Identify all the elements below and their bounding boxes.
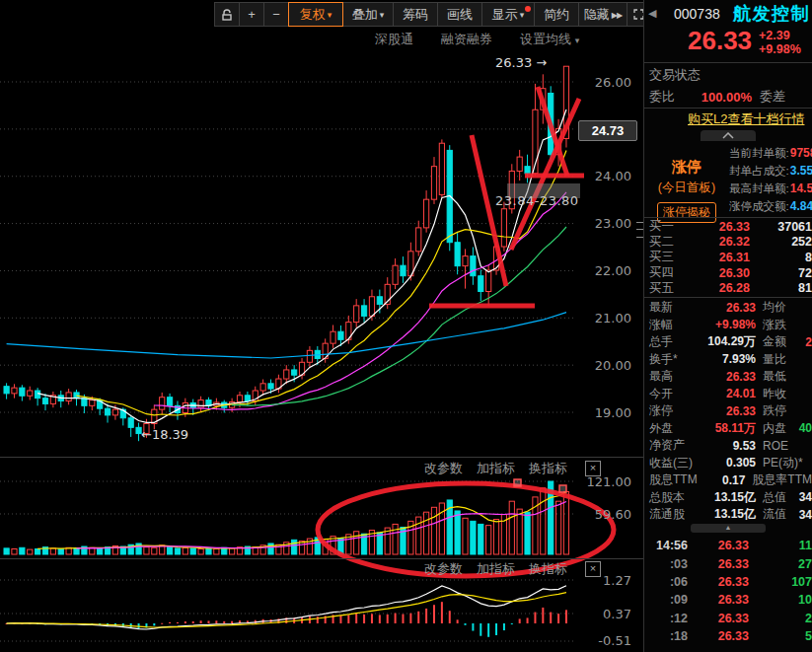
detail-row: 涨停26.33跌停 bbox=[644, 402, 812, 420]
tick-row: :0926.3310 bbox=[644, 591, 812, 609]
price-axis-label: 22.00 bbox=[577, 263, 631, 278]
pane-divider[interactable] bbox=[0, 457, 643, 458]
first-board-label: (今日首板) bbox=[644, 180, 729, 196]
detail-row: 流通股13.15亿流值34 bbox=[644, 506, 812, 524]
arrow-right-icon: → bbox=[536, 55, 547, 70]
tick-row: :1826.335 bbox=[644, 627, 812, 645]
margin-trading-label[interactable]: 融资融券 bbox=[441, 31, 492, 48]
caret-down-icon: ▾ bbox=[380, 11, 385, 20]
volume-axis-label: 121.00 bbox=[577, 474, 631, 489]
trade-status-label: 交易状态 bbox=[649, 66, 701, 84]
limit-up-badge: 涨停 (今日首板) 涨停揭秘 bbox=[644, 144, 729, 223]
display-button[interactable]: 显示▾ bbox=[481, 2, 535, 27]
low-price-annotation: ←18.39 bbox=[141, 427, 188, 442]
volume-pane-menu: 改参数 加指标 换指标 × bbox=[424, 460, 601, 477]
bid-row[interactable]: 买一26.3337061 bbox=[644, 219, 812, 235]
pane-divider[interactable] bbox=[0, 558, 643, 559]
high-price-annotation: 26.33 → bbox=[495, 55, 547, 70]
tick-row: :0326.3327 bbox=[644, 554, 812, 572]
back-arrow-icon[interactable]: ◀ bbox=[648, 7, 656, 20]
bid-row[interactable]: 买三26.318 bbox=[644, 250, 812, 265]
chart-sub-toolbar: 深股通 融资融券 设置均线 ▾ bbox=[375, 31, 579, 48]
stock-app-window: + − 复权▾ 叠加▾ 筹码 画线 显示▾ 简约 隐藏▶▶ 深股通 融资融券 设… bbox=[0, 0, 812, 652]
limit-up-label: 涨停 bbox=[644, 158, 729, 177]
weibi-label: 委比 bbox=[649, 88, 691, 106]
overlay-button[interactable]: 叠加▾ bbox=[342, 2, 394, 27]
macd-axis-label: 1.27 bbox=[577, 573, 631, 588]
detail-row: 换手*7.93%量比 bbox=[644, 351, 812, 369]
tick-row: 14:5626.3311 bbox=[644, 537, 812, 554]
macd-pane-menu: 改参数 加指标 换指标 × bbox=[424, 560, 601, 578]
price-axis-label: 19.00 bbox=[577, 405, 631, 420]
caret-down-icon: ▾ bbox=[328, 11, 332, 20]
chart-toolbar: + − 复权▾ 叠加▾ 筹码 画线 显示▾ 简约 隐藏▶▶ bbox=[215, 2, 650, 27]
price-axis-label: 23.00 bbox=[577, 216, 631, 231]
price-axis-label: 24.00 bbox=[577, 169, 631, 183]
stock-name: 航发控制 bbox=[733, 2, 810, 26]
bid-row[interactable]: 买二26.32252 bbox=[644, 235, 812, 251]
change-value: +2.39 bbox=[759, 29, 801, 42]
lock-icon[interactable] bbox=[214, 2, 240, 27]
notification-dot bbox=[525, 6, 531, 12]
detail-row: 外盘58.11万内盘40 bbox=[644, 420, 812, 438]
tick-list: 14:5626.3311 :0326.3327 :0626.33107 :092… bbox=[644, 537, 812, 645]
quote-details: 最新26.33均价 涨幅+9.98%涨跌 总手104.29万金额2 换手*7.9… bbox=[644, 299, 812, 524]
detail-row: 净资产9.53ROE bbox=[644, 437, 812, 455]
detail-row: 最高26.33最低 bbox=[644, 368, 812, 386]
simple-mode-button[interactable]: 简约 bbox=[534, 2, 579, 27]
stock-code: 000738 bbox=[674, 6, 720, 22]
detail-row: 涨幅+9.98%涨跌 bbox=[644, 317, 812, 334]
bid-row[interactable]: 买四26.3072 bbox=[644, 265, 812, 281]
detail-row: 收益(三)0.305PE(动)* bbox=[644, 455, 812, 472]
macd-axis-label: 0.37 bbox=[577, 607, 631, 621]
zoom-out-button[interactable]: − bbox=[263, 2, 289, 27]
bid-row[interactable]: 买五26.2881 bbox=[644, 280, 812, 296]
limit-turnover-value: 4.84 bbox=[790, 199, 812, 213]
limit-up-stats: 当前封单额:9758 封单占成交:3.55 最高封单额:14.5 涨停成交额:4… bbox=[729, 144, 812, 215]
limit-turnover-label: 涨停成交额: bbox=[729, 199, 789, 214]
add-indicator-button[interactable]: 加指标 bbox=[477, 560, 515, 578]
zoom-in-button[interactable]: + bbox=[239, 2, 264, 27]
tick-row: :1226.332 bbox=[644, 610, 812, 627]
detail-row: 总股本13.15亿总值34 bbox=[644, 489, 812, 507]
quote-panel: ◀ 000738 航发控制 26.33 +2.39 +9.98% 交易状态 委比… bbox=[643, 0, 812, 652]
collapse-handle[interactable]: ▲ bbox=[691, 524, 766, 533]
weibi-row: 委比 100.00% 委差 bbox=[644, 87, 812, 107]
change-params-button[interactable]: 改参数 bbox=[424, 460, 463, 477]
draw-line-button[interactable]: 画线 bbox=[437, 2, 482, 27]
add-indicator-button[interactable]: 加指标 bbox=[477, 460, 515, 477]
price-axis-label: 21.00 bbox=[577, 311, 631, 326]
weicha-label: 委差 bbox=[760, 88, 785, 106]
last-price: 26.33 bbox=[688, 26, 752, 56]
switch-indicator-button[interactable]: 换指标 bbox=[529, 460, 567, 477]
candlestick-chart-canvas[interactable] bbox=[0, 0, 643, 652]
seal-amount-label: 当前封单额: bbox=[729, 146, 789, 161]
chips-button[interactable]: 筹码 bbox=[393, 2, 438, 27]
shenzhen-connect-label[interactable]: 深股通 bbox=[375, 31, 413, 48]
detail-row: 股息TTM0.17股息率TTM bbox=[644, 471, 812, 489]
change-params-button[interactable]: 改参数 bbox=[424, 560, 463, 578]
max-seal-label: 最高封单额: bbox=[729, 181, 789, 196]
l2-quotes-link[interactable]: 购买L2查看十档行情 bbox=[688, 110, 804, 128]
macd-axis-label: -0.51 bbox=[577, 633, 631, 648]
detail-row: 总手104.29万金额2 bbox=[644, 333, 812, 351]
seal-amount-value: 9758 bbox=[790, 146, 812, 160]
bid-queue: 买一26.3337061 买二26.32252 买三26.318 买四26.30… bbox=[644, 219, 812, 296]
trade-status-row: 交易状态 bbox=[644, 65, 812, 85]
ma-settings-menu[interactable]: 设置均线 ▾ bbox=[520, 31, 579, 48]
seal-ratio-label: 封单占成交: bbox=[729, 164, 789, 179]
gap-price-annotation: 23.84-23.80 bbox=[495, 193, 579, 208]
detail-row: 今开24.01昨收 bbox=[644, 386, 812, 403]
max-seal-value: 14.5 bbox=[790, 181, 812, 195]
panel-splitter-handle[interactable] bbox=[636, 219, 643, 241]
caret-down-icon: ▾ bbox=[575, 36, 580, 45]
switch-indicator-button[interactable]: 换指标 bbox=[529, 560, 567, 578]
volume-axis-label: 59.60 bbox=[577, 507, 631, 522]
price-axis-label: 26.00 bbox=[577, 75, 631, 90]
hide-button[interactable]: 隐藏▶▶ bbox=[578, 2, 627, 27]
seal-ratio-value: 3.55 bbox=[790, 164, 812, 178]
change-percent: +9.98% bbox=[759, 42, 801, 56]
adjust-price-button[interactable]: 复权▾ bbox=[288, 2, 343, 27]
collapse-section-button[interactable] bbox=[701, 130, 756, 141]
price-axis-label: 20.00 bbox=[577, 358, 631, 373]
